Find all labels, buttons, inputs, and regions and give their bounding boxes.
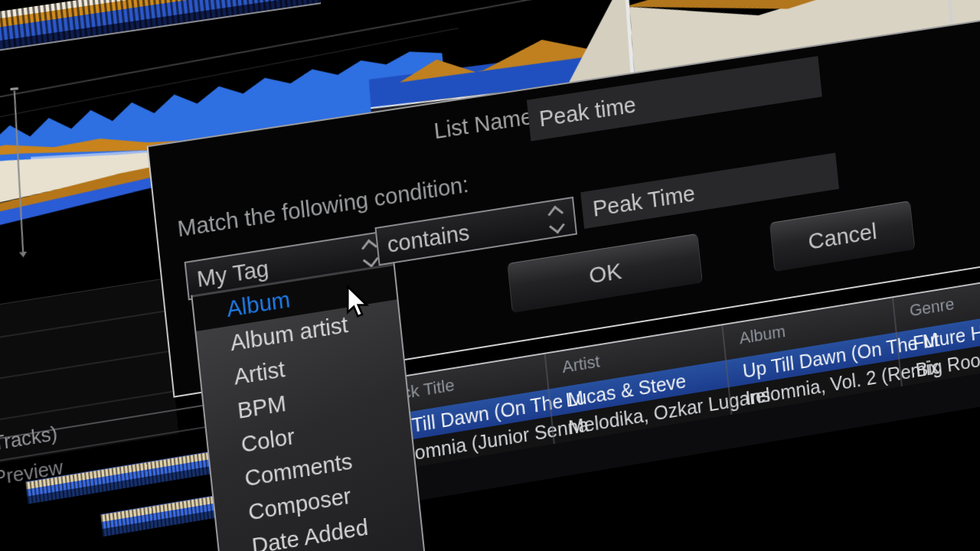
list-name-label: List Name [433, 104, 534, 144]
dj-app-scene: List Name Peak time Match the following … [0, 0, 980, 551]
ok-button[interactable]: OK [507, 233, 703, 313]
cancel-button[interactable]: Cancel [769, 201, 915, 272]
column-header-genre[interactable]: Genre [909, 294, 956, 321]
screenshot-viewport: List Name Peak time Match the following … [0, 0, 980, 551]
operator-dropdown-value: contains [386, 220, 470, 257]
column-header-artist[interactable]: Artist [561, 351, 601, 377]
mouse-cursor [346, 285, 380, 322]
column-header-album[interactable]: Album [738, 321, 786, 348]
field-dropdown-menu: Album Album artist Artist BPM Color Comm… [191, 263, 429, 551]
chevron-down-icon[interactable] [549, 217, 565, 233]
deck-overview-waveform [0, 0, 321, 58]
